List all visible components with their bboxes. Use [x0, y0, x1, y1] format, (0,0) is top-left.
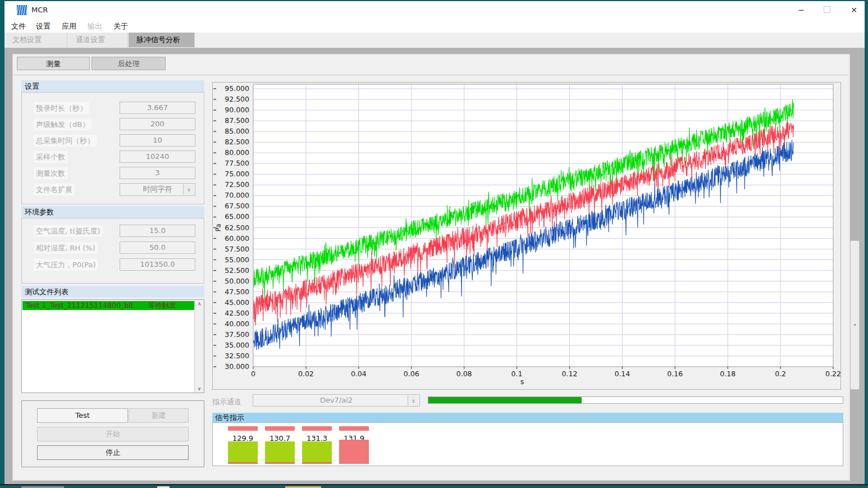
field-input-total-acquisition-time[interactable]: 10 [120, 134, 195, 147]
y-axis-title: Pa [214, 224, 222, 231]
field-input-prerecord-duration[interactable]: 3.667 [120, 102, 195, 114]
tab-strip: 文档设置 通道设置 脉冲信号分析 [4, 33, 865, 48]
tab-channel-settings[interactable]: 通道设置 [68, 33, 128, 47]
minimize-button[interactable]: ─ [792, 3, 811, 17]
field-label-atmospheric-pressure: 大气压力，P0(Pa) [34, 259, 98, 271]
collapsed-side-panel-handle[interactable]: « [850, 240, 860, 390]
scroll-up-icon[interactable]: ∧ [195, 300, 204, 308]
x-tick-label: 0.14 [614, 370, 630, 378]
signal-level-block-green [265, 441, 295, 464]
chevron-down-icon[interactable]: ∨ [183, 184, 194, 195]
menu-file[interactable]: 文件 [9, 21, 28, 32]
y-tick-label: 85.000 [225, 127, 249, 135]
y-tick-label: 77.500 [225, 159, 249, 167]
field-label-measurement-count: 测量次数 [34, 167, 67, 179]
field-input-level-trigger[interactable]: 200 [120, 118, 195, 130]
y-tick-label: 32.500 [225, 352, 249, 360]
field-input-relative-humidity[interactable]: 50.0 [120, 241, 195, 254]
signal-panel-body: 129.9130.7131.3131.9 [212, 422, 843, 466]
y-tick-label: 65.000 [225, 212, 249, 221]
signal-level-block-red [339, 440, 369, 464]
y-tick-label: 57.500 [225, 245, 249, 253]
waveform-chart-svg: 95.00092.50090.00087.50085.00082.50080.0… [213, 83, 840, 389]
maximize-button[interactable] [817, 3, 837, 17]
y-tick-label: 55.000 [225, 256, 249, 264]
separator-line [13, 75, 848, 75]
field-label-total-acquisition-time: 总采集时间（秒） [34, 135, 97, 147]
desktop: MCR ─ ✕ 文件 设置 应用 输出 关于 文档设置 通道设置 脉冲信号分析 … [0, 0, 868, 488]
field-label-level-trigger: 声级触发（dB） [34, 118, 92, 130]
test-file-status: 等待触发 [148, 301, 176, 309]
test-file-name: Test 1_Test_211215114800_blt [26, 301, 134, 309]
y-tick-label: 87.500 [225, 116, 249, 125]
x-tick-label: 0 [251, 370, 255, 378]
y-tick-label: 52.500 [225, 266, 249, 275]
x-tick-label: 0.12 [562, 370, 578, 378]
field-input-air-temperature[interactable]: 15.0 [120, 225, 195, 237]
progress-fill [428, 397, 582, 403]
x-tick-label: 0.02 [298, 370, 314, 378]
y-tick-label: 35.000 [225, 341, 249, 349]
y-tick-label: 80.000 [225, 148, 249, 157]
chevron-down-icon[interactable]: ∨ [408, 395, 419, 405]
signal-panel-header: 信号指示 [212, 413, 843, 422]
indicator-channel-dropdown[interactable]: Dev7/ai2 ∨ [253, 394, 420, 407]
test-name-input[interactable]: Test [37, 408, 128, 423]
indicator-channel-value: Dev7/ai2 [320, 396, 353, 404]
field-label-prerecord-duration: 预录时长（秒） [34, 102, 89, 114]
indicator-channel-label: 指示通道 [212, 397, 241, 407]
menu-apply[interactable]: 应用 [60, 21, 79, 32]
subtab-measure[interactable]: 测量 [17, 57, 90, 70]
tab-pulse-signal-analysis[interactable]: 脉冲信号分析 [129, 33, 195, 47]
stop-button[interactable]: 停止 [37, 445, 189, 460]
x-tick-label: 0.1 [511, 370, 523, 378]
filename-extension-value: 时间字符 [143, 185, 172, 193]
field-label-filename-extension: 文件名扩展 [34, 184, 75, 195]
y-tick-label: 82.500 [225, 138, 249, 146]
signal-level-block-green [228, 441, 258, 464]
y-tick-label: 37.500 [225, 330, 249, 339]
field-input-measurement-count[interactable]: 3 [120, 167, 195, 179]
list-scrollbar[interactable]: ∧ ∨ [194, 300, 204, 393]
menu-bar: 文件 设置 应用 输出 关于 [4, 19, 865, 33]
y-tick-label: 30.000 [225, 362, 249, 371]
settings-group-header: 设置 [21, 80, 204, 92]
field-label-sample-count: 采样个数 [34, 151, 67, 163]
list-item[interactable]: Test 1_Test_211215114800_blt 等待触发 [22, 301, 194, 310]
y-tick-label: 67.500 [225, 202, 249, 210]
waveform-chart: 95.00092.50090.00087.50085.00082.50080.0… [212, 82, 841, 390]
y-tick-label: 47.500 [225, 288, 249, 296]
x-tick-label: 0.2 [775, 370, 786, 378]
y-tick-label: 90.000 [225, 106, 249, 114]
menu-settings[interactable]: 设置 [34, 21, 53, 32]
x-tick-label: 0.08 [456, 370, 472, 378]
x-tick-label: 0.06 [404, 370, 419, 378]
signal-level-block-green [302, 441, 332, 464]
x-tick-label: 0.04 [351, 370, 367, 378]
signal-top-bar [228, 426, 258, 431]
field-input-atmospheric-pressure[interactable]: 101350.0 [120, 258, 195, 271]
start-button[interactable]: 开始 [37, 427, 189, 441]
y-tick-label: 72.500 [225, 180, 249, 189]
y-tick-label: 50.000 [225, 277, 249, 285]
close-button[interactable]: ✕ [844, 3, 864, 17]
subtab-post-process[interactable]: 后处理 [92, 57, 166, 70]
scroll-down-icon[interactable]: ∨ [195, 385, 204, 393]
test-file-listbox[interactable]: Test 1_Test_211215114800_blt 等待触发 ∧ ∨ [21, 299, 204, 393]
menu-about[interactable]: 关于 [111, 21, 130, 32]
tab-document-settings[interactable]: 文档设置 [4, 33, 67, 47]
new-button[interactable]: 新建 [129, 408, 189, 423]
y-tick-label: 95.000 [225, 84, 249, 93]
title-bar: MCR ─ ✕ [4, 1, 865, 19]
y-tick-label: 92.500 [225, 95, 249, 103]
y-tick-label: 70.000 [225, 191, 249, 199]
signal-top-bar [302, 426, 332, 431]
filename-extension-dropdown[interactable]: 时间字符 ∨ [120, 183, 195, 196]
signal-top-bar [339, 426, 369, 431]
acquisition-progress-bar [428, 396, 843, 404]
menu-output[interactable]: 输出 [85, 21, 104, 32]
window-title: MCR [31, 6, 48, 14]
x-tick-label: 0.22 [825, 370, 840, 378]
file-list-header: 测试文件列表 [21, 286, 204, 298]
field-input-sample-count[interactable]: 10240 [120, 150, 195, 163]
